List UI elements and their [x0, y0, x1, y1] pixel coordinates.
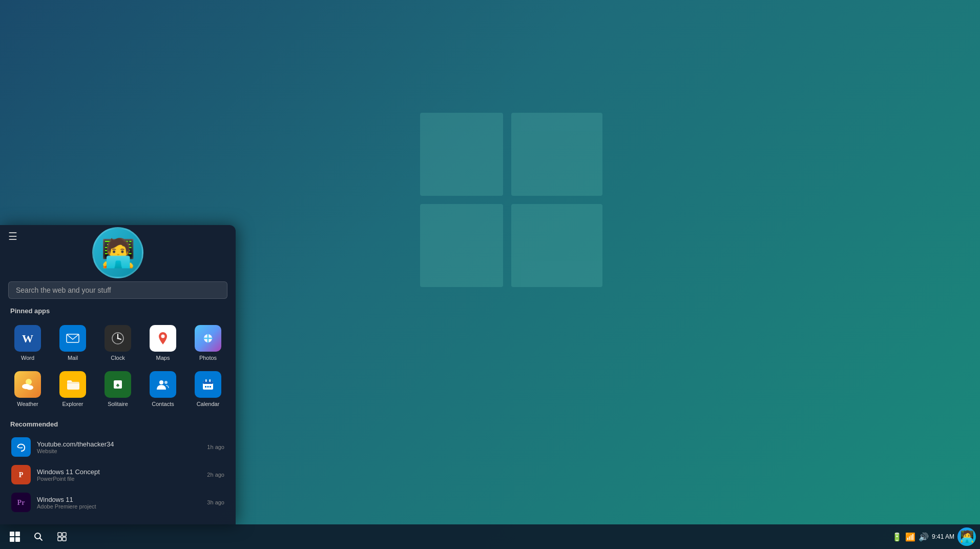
rec-premiere-title: Windows 11	[37, 496, 201, 503]
svg-rect-20	[155, 376, 171, 393]
svg-rect-39	[15, 537, 20, 542]
rec-ppt-title: Windows 11 Concept	[37, 468, 201, 476]
app-explorer[interactable]: Explorer	[50, 366, 95, 412]
ppt-icon: P	[11, 465, 31, 484]
calendar-label: Calendar	[197, 401, 220, 407]
app-solitaire[interactable]: ♠ Solitaire	[95, 366, 140, 412]
svg-rect-25	[203, 381, 213, 384]
start-menu: ☰ 🧑‍💻 Pinned apps W	[0, 225, 236, 524]
start-button[interactable]	[4, 526, 26, 547]
svg-rect-29	[207, 386, 209, 388]
rec-youtube-sub: Website	[37, 448, 201, 454]
taskbar: 🔋 📶 🔊 9:41 AM 🧑‍💻	[0, 524, 980, 549]
user-avatar-wrap: 🧑‍💻	[92, 227, 236, 278]
svg-point-22	[164, 381, 168, 384]
svg-rect-36	[10, 532, 14, 536]
rec-youtube-info: Youtube.com/thehacker34 Website	[37, 440, 201, 454]
search-area	[0, 278, 236, 304]
explorer-label: Explorer	[62, 401, 84, 407]
svg-text:♠: ♠	[116, 381, 120, 389]
app-contacts[interactable]: Contacts	[140, 366, 185, 412]
taskbar-avatar[interactable]: 🧑‍💻	[957, 527, 976, 546]
svg-rect-43	[62, 533, 66, 536]
svg-rect-28	[205, 386, 206, 388]
recommended-section-label: Recommended	[0, 417, 236, 433]
word-icon: W	[14, 325, 41, 352]
volume-icon: 🔊	[919, 532, 929, 542]
rec-youtube-time: 1h ago	[207, 444, 224, 450]
app-word[interactable]: W Word	[5, 320, 50, 366]
mail-icon	[59, 325, 86, 352]
maps-label: Maps	[156, 355, 170, 361]
weather-icon	[14, 371, 41, 398]
hamburger-icon[interactable]: ☰	[8, 230, 17, 242]
app-maps[interactable]: Maps	[140, 320, 185, 366]
explorer-icon	[59, 371, 86, 398]
rec-premiere-time: 3h ago	[207, 499, 224, 505]
pinned-apps-grid: W Word Mail	[0, 320, 236, 412]
svg-point-8	[117, 338, 119, 339]
svg-text:Pr: Pr	[17, 499, 25, 506]
recommended-list: Youtube.com/thehacker34 Website 1h ago P…	[0, 433, 236, 516]
rec-ppt[interactable]: P Windows 11 Concept PowerPoint file 2h …	[7, 461, 228, 489]
wifi-icon: 📶	[905, 532, 915, 542]
taskview-button[interactable]	[51, 526, 73, 547]
svg-rect-38	[10, 537, 14, 542]
rec-premiere-sub: Adobe Premiere project	[37, 503, 201, 510]
svg-point-15	[26, 385, 33, 390]
photos-icon	[195, 325, 221, 352]
app-photos[interactable]: Photos	[185, 320, 231, 366]
rec-premiere-info: Windows 11 Adobe Premiere project	[37, 496, 201, 510]
app-weather[interactable]: Weather	[5, 366, 50, 412]
taskbar-time: 9:41 AM	[932, 533, 954, 541]
pinned-section-label: Pinned apps	[0, 304, 236, 320]
svg-point-21	[159, 380, 163, 384]
clock-label: Clock	[111, 355, 125, 361]
edge-icon	[11, 437, 31, 457]
search-input[interactable]	[8, 281, 227, 299]
rec-ppt-info: Windows 11 Concept PowerPoint file	[37, 468, 201, 482]
svg-rect-2	[65, 330, 81, 347]
app-calendar[interactable]: Calendar	[185, 366, 231, 412]
mail-label: Mail	[68, 355, 78, 361]
maps-icon	[150, 325, 176, 352]
calendar-icon	[195, 371, 221, 398]
rec-youtube[interactable]: Youtube.com/thehacker34 Website 1h ago	[7, 433, 228, 461]
solitaire-icon: ♠	[105, 371, 131, 398]
weather-label: Weather	[17, 401, 38, 407]
svg-rect-44	[58, 537, 61, 541]
app-mail[interactable]: Mail	[50, 320, 95, 366]
taskbar-search-button[interactable]	[28, 526, 49, 547]
svg-line-41	[40, 538, 43, 541]
svg-rect-42	[58, 533, 61, 536]
svg-text:P: P	[19, 471, 24, 479]
desktop: ☰ 🧑‍💻 Pinned apps W	[0, 0, 980, 549]
app-clock[interactable]: Clock	[95, 320, 140, 366]
svg-rect-26	[205, 379, 207, 382]
solitaire-label: Solitaire	[108, 401, 128, 407]
svg-rect-27	[210, 379, 211, 382]
battery-icon: 🔋	[892, 532, 902, 542]
svg-rect-30	[210, 386, 211, 388]
contacts-icon	[150, 371, 176, 398]
rec-ppt-sub: PowerPoint file	[37, 476, 201, 482]
rec-youtube-title: Youtube.com/thehacker34	[37, 440, 201, 448]
taskbar-right: 🔋 📶 🔊 9:41 AM 🧑‍💻	[892, 527, 976, 546]
rec-ppt-time: 2h ago	[207, 472, 224, 478]
windows-logo	[420, 113, 604, 297]
photos-label: Photos	[199, 355, 217, 361]
svg-rect-37	[15, 532, 20, 536]
taskbar-left	[4, 526, 73, 547]
svg-rect-45	[62, 537, 66, 541]
rec-premiere[interactable]: Pr Windows 11 Adobe Premiere project 3h …	[7, 489, 228, 516]
svg-point-10	[161, 335, 165, 338]
premiere-icon: Pr	[11, 493, 31, 512]
avatar[interactable]: 🧑‍💻	[92, 227, 143, 278]
word-label: Word	[21, 355, 34, 361]
clock-icon	[105, 325, 131, 352]
time-display: 9:41 AM	[932, 533, 954, 541]
svg-text:W: W	[22, 332, 33, 345]
contacts-label: Contacts	[152, 401, 174, 407]
